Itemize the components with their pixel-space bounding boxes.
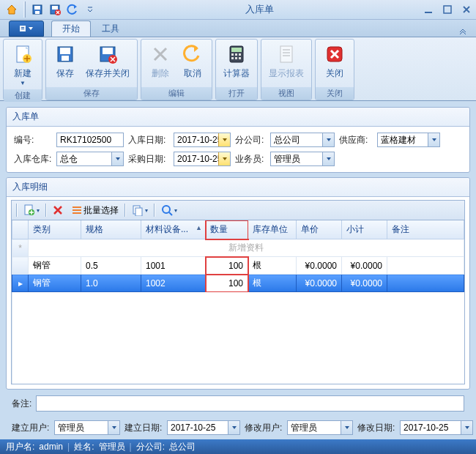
toolbar-delete-button[interactable]	[50, 203, 66, 217]
save-close-button[interactable]: 保存并关闭	[81, 41, 134, 81]
cell-spec[interactable]: 1.0	[81, 275, 141, 292]
input-remark[interactable]	[36, 395, 464, 412]
maximize-button[interactable]	[441, 3, 454, 16]
combo-company[interactable]: 总公司	[270, 133, 335, 147]
svg-rect-6	[425, 12, 432, 13]
combo-trigger-icon[interactable]	[428, 133, 439, 146]
qat-customize-dropdown[interactable]	[83, 2, 97, 17]
cell-category[interactable]: 钢管	[29, 275, 81, 292]
col-material[interactable]: 材料设备...▲	[141, 220, 206, 239]
delete-x-icon	[53, 205, 63, 215]
combo-supplier[interactable]: 蓝格建材	[377, 133, 440, 147]
minimize-button[interactable]	[422, 3, 435, 16]
close-button[interactable]	[460, 3, 473, 16]
col-price[interactable]: 单价	[297, 220, 342, 239]
cell-subtotal[interactable]: ¥0.0000	[342, 257, 387, 275]
home-app-icon[interactable]	[4, 2, 19, 17]
cell-qty[interactable]: 100	[206, 275, 248, 292]
svg-rect-21	[231, 53, 234, 56]
qat-save-close-icon[interactable]	[48, 2, 62, 17]
group-title: 视图	[261, 87, 311, 100]
ribbon-label: 取消	[184, 67, 201, 80]
combo-trigger-icon[interactable]	[341, 421, 352, 434]
toolbar-add-button[interactable]: ▾	[21, 203, 42, 217]
cell-subtotal[interactable]: ¥0.0000	[342, 275, 387, 292]
cell-spec[interactable]: 0.5	[81, 257, 141, 275]
save-button[interactable]: 保存	[49, 41, 81, 81]
col-remark[interactable]: 备注	[387, 220, 464, 239]
table-row-selected[interactable]: ▸ 钢管 1.0 1002 100 根 ¥0.0000 ¥0.0000	[12, 275, 464, 292]
combo-mod-user[interactable]: 管理员	[287, 420, 353, 435]
input-no[interactable]	[56, 133, 124, 147]
cell-remark[interactable]	[387, 257, 464, 275]
report-icon	[275, 42, 298, 66]
cancel-button[interactable]: 取消	[176, 41, 209, 81]
ribbon-group-open: 计算器 打开	[215, 39, 258, 100]
combo-trigger-icon[interactable]	[228, 421, 239, 434]
col-category[interactable]: 类别	[29, 220, 81, 239]
label-mod-user: 修改用户:	[245, 422, 283, 434]
col-qty[interactable]: 数量	[206, 220, 248, 239]
new-row-placeholder: 新增资料	[29, 239, 464, 257]
label-create-date: 建立日期:	[124, 422, 163, 434]
col-indicator[interactable]	[12, 220, 29, 239]
date-indate[interactable]: 2017-10-25	[174, 133, 231, 147]
col-unit[interactable]: 库存单位	[248, 220, 297, 239]
qat-undo-icon[interactable]	[65, 2, 80, 17]
combo-trigger-icon[interactable]	[108, 421, 119, 434]
combo-warehouse[interactable]: 总仓	[56, 152, 124, 166]
col-spec[interactable]: 规格	[81, 220, 141, 239]
cell-price[interactable]: ¥0.0000	[297, 257, 342, 275]
toolbar-search-button[interactable]: ▾	[158, 203, 180, 217]
cell-price[interactable]: ¥0.0000	[297, 275, 342, 292]
tab-tools[interactable]: 工具	[91, 21, 130, 37]
date-trigger-icon[interactable]	[218, 152, 230, 165]
status-company-label: 分公司:	[136, 441, 165, 453]
combo-trigger-icon[interactable]	[461, 421, 472, 434]
svg-rect-35	[72, 209, 81, 211]
toolbar-copy-button[interactable]: ▾	[129, 203, 151, 217]
svg-rect-27	[280, 46, 292, 62]
calculator-button[interactable]: 计算器	[219, 41, 254, 81]
cell-category[interactable]: 钢管	[29, 257, 81, 275]
tab-start[interactable]: 开始	[51, 21, 91, 37]
close-form-button[interactable]: 关闭	[319, 41, 351, 81]
combo-trigger-icon[interactable]	[111, 152, 123, 165]
ribbon-group-create: 新建 ▼ 创建	[3, 39, 42, 100]
combo-clerk[interactable]: 管理员	[270, 152, 335, 166]
row-indicator-new: *	[12, 239, 29, 257]
cell-qty[interactable]: 100	[206, 257, 248, 275]
date-podate[interactable]: 2017-10-25	[174, 152, 231, 166]
calculator-icon	[225, 42, 248, 66]
combo-create-user[interactable]: 管理员	[54, 420, 120, 435]
toolbar-batch-select-button[interactable]: 批量选择	[69, 203, 122, 217]
grid-toolbar: ▾ 批量选择 ▾ ▾	[11, 200, 465, 220]
svg-rect-14	[60, 48, 70, 54]
title-bar: 入库单	[0, 0, 476, 20]
date-create-date[interactable]: 2017-10-25	[167, 420, 240, 435]
cell-unit[interactable]: 根	[248, 275, 297, 292]
date-mod-date[interactable]: 2017-10-25	[400, 420, 473, 435]
ribbon: 新建 ▼ 创建 保存 保存并关闭 保存 删除 取消	[0, 37, 476, 101]
cell-unit[interactable]: 根	[248, 257, 297, 275]
sort-asc-icon: ▲	[196, 224, 202, 231]
new-row[interactable]: * 新增资料	[12, 239, 464, 257]
label-clerk: 业务员:	[235, 153, 266, 165]
window-title: 入库单	[97, 3, 422, 16]
ribbon-collapse-icon[interactable]	[455, 26, 470, 37]
cell-material[interactable]: 1001	[141, 257, 206, 275]
new-button[interactable]: 新建 ▼	[7, 41, 39, 88]
svg-rect-9	[21, 27, 24, 28]
cell-remark[interactable]	[387, 275, 464, 292]
qat-save-icon[interactable]	[30, 2, 45, 17]
app-menu-button[interactable]	[9, 21, 44, 37]
combo-trigger-icon[interactable]	[322, 152, 334, 165]
cell-material[interactable]: 1002	[141, 275, 206, 292]
date-trigger-icon[interactable]	[218, 133, 230, 146]
svg-rect-30	[283, 55, 290, 56]
combo-trigger-icon[interactable]	[322, 133, 334, 146]
table-row[interactable]: 钢管 0.5 1001 100 根 ¥0.0000 ¥0.0000	[12, 257, 464, 275]
svg-point-39	[163, 206, 170, 213]
group-title: 打开	[216, 87, 257, 100]
col-subtotal[interactable]: 小计	[342, 220, 387, 239]
